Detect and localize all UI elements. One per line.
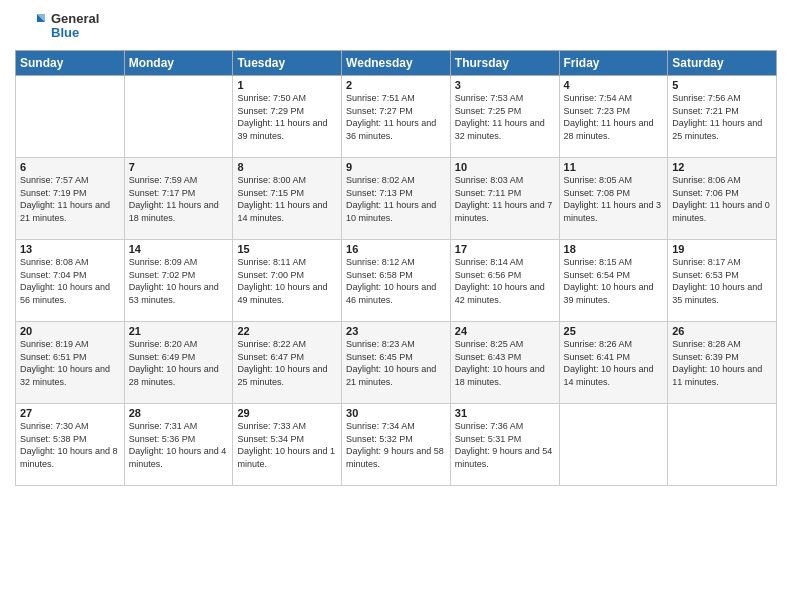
calendar-cell: 8Sunrise: 8:00 AM Sunset: 7:15 PM Daylig…	[233, 158, 342, 240]
day-info: Sunrise: 8:05 AM Sunset: 7:08 PM Dayligh…	[564, 174, 664, 224]
day-info: Sunrise: 7:59 AM Sunset: 7:17 PM Dayligh…	[129, 174, 229, 224]
calendar-cell: 21Sunrise: 8:20 AM Sunset: 6:49 PM Dayli…	[124, 322, 233, 404]
day-info: Sunrise: 8:08 AM Sunset: 7:04 PM Dayligh…	[20, 256, 120, 306]
day-number: 13	[20, 243, 120, 255]
calendar-cell: 26Sunrise: 8:28 AM Sunset: 6:39 PM Dayli…	[668, 322, 777, 404]
day-info: Sunrise: 8:19 AM Sunset: 6:51 PM Dayligh…	[20, 338, 120, 388]
day-info: Sunrise: 7:53 AM Sunset: 7:25 PM Dayligh…	[455, 92, 555, 142]
calendar-cell: 4Sunrise: 7:54 AM Sunset: 7:23 PM Daylig…	[559, 76, 668, 158]
day-number: 15	[237, 243, 337, 255]
day-info: Sunrise: 8:17 AM Sunset: 6:53 PM Dayligh…	[672, 256, 772, 306]
day-number: 19	[672, 243, 772, 255]
day-info: Sunrise: 8:23 AM Sunset: 6:45 PM Dayligh…	[346, 338, 446, 388]
calendar-cell: 23Sunrise: 8:23 AM Sunset: 6:45 PM Dayli…	[342, 322, 451, 404]
calendar-cell: 3Sunrise: 7:53 AM Sunset: 7:25 PM Daylig…	[450, 76, 559, 158]
day-number: 6	[20, 161, 120, 173]
weekday-header-tuesday: Tuesday	[233, 51, 342, 76]
day-number: 12	[672, 161, 772, 173]
calendar-cell: 2Sunrise: 7:51 AM Sunset: 7:27 PM Daylig…	[342, 76, 451, 158]
day-number: 21	[129, 325, 229, 337]
day-number: 9	[346, 161, 446, 173]
day-info: Sunrise: 8:28 AM Sunset: 6:39 PM Dayligh…	[672, 338, 772, 388]
day-number: 1	[237, 79, 337, 91]
day-info: Sunrise: 8:12 AM Sunset: 6:58 PM Dayligh…	[346, 256, 446, 306]
calendar-cell: 17Sunrise: 8:14 AM Sunset: 6:56 PM Dayli…	[450, 240, 559, 322]
calendar-cell: 12Sunrise: 8:06 AM Sunset: 7:06 PM Dayli…	[668, 158, 777, 240]
day-number: 3	[455, 79, 555, 91]
day-number: 10	[455, 161, 555, 173]
day-info: Sunrise: 8:14 AM Sunset: 6:56 PM Dayligh…	[455, 256, 555, 306]
week-row-1: 1Sunrise: 7:50 AM Sunset: 7:29 PM Daylig…	[16, 76, 777, 158]
calendar-cell: 19Sunrise: 8:17 AM Sunset: 6:53 PM Dayli…	[668, 240, 777, 322]
weekday-header-thursday: Thursday	[450, 51, 559, 76]
logo: General Blue	[15, 10, 99, 42]
day-info: Sunrise: 7:30 AM Sunset: 5:38 PM Dayligh…	[20, 420, 120, 470]
day-number: 16	[346, 243, 446, 255]
day-number: 25	[564, 325, 664, 337]
calendar-cell: 1Sunrise: 7:50 AM Sunset: 7:29 PM Daylig…	[233, 76, 342, 158]
calendar-cell	[668, 404, 777, 486]
calendar-cell: 28Sunrise: 7:31 AM Sunset: 5:36 PM Dayli…	[124, 404, 233, 486]
day-number: 8	[237, 161, 337, 173]
day-number: 30	[346, 407, 446, 419]
logo-general-text: General	[51, 12, 99, 26]
calendar-cell: 31Sunrise: 7:36 AM Sunset: 5:31 PM Dayli…	[450, 404, 559, 486]
day-number: 5	[672, 79, 772, 91]
weekday-header-monday: Monday	[124, 51, 233, 76]
week-row-2: 6Sunrise: 7:57 AM Sunset: 7:19 PM Daylig…	[16, 158, 777, 240]
day-info: Sunrise: 7:36 AM Sunset: 5:31 PM Dayligh…	[455, 420, 555, 470]
day-info: Sunrise: 7:31 AM Sunset: 5:36 PM Dayligh…	[129, 420, 229, 470]
calendar-cell: 30Sunrise: 7:34 AM Sunset: 5:32 PM Dayli…	[342, 404, 451, 486]
day-number: 2	[346, 79, 446, 91]
day-info: Sunrise: 7:54 AM Sunset: 7:23 PM Dayligh…	[564, 92, 664, 142]
logo-svg	[15, 10, 47, 42]
week-row-5: 27Sunrise: 7:30 AM Sunset: 5:38 PM Dayli…	[16, 404, 777, 486]
day-number: 4	[564, 79, 664, 91]
day-info: Sunrise: 7:50 AM Sunset: 7:29 PM Dayligh…	[237, 92, 337, 142]
day-info: Sunrise: 8:02 AM Sunset: 7:13 PM Dayligh…	[346, 174, 446, 224]
day-number: 18	[564, 243, 664, 255]
day-info: Sunrise: 7:51 AM Sunset: 7:27 PM Dayligh…	[346, 92, 446, 142]
calendar-cell: 22Sunrise: 8:22 AM Sunset: 6:47 PM Dayli…	[233, 322, 342, 404]
logo-blue-text: Blue	[51, 26, 99, 40]
weekday-header-wednesday: Wednesday	[342, 51, 451, 76]
calendar-cell	[124, 76, 233, 158]
day-info: Sunrise: 7:56 AM Sunset: 7:21 PM Dayligh…	[672, 92, 772, 142]
calendar-cell	[559, 404, 668, 486]
day-info: Sunrise: 7:57 AM Sunset: 7:19 PM Dayligh…	[20, 174, 120, 224]
calendar-cell: 25Sunrise: 8:26 AM Sunset: 6:41 PM Dayli…	[559, 322, 668, 404]
day-info: Sunrise: 8:09 AM Sunset: 7:02 PM Dayligh…	[129, 256, 229, 306]
calendar-cell: 29Sunrise: 7:33 AM Sunset: 5:34 PM Dayli…	[233, 404, 342, 486]
calendar-cell: 13Sunrise: 8:08 AM Sunset: 7:04 PM Dayli…	[16, 240, 125, 322]
weekday-header-saturday: Saturday	[668, 51, 777, 76]
calendar-cell: 5Sunrise: 7:56 AM Sunset: 7:21 PM Daylig…	[668, 76, 777, 158]
weekday-header-row: SundayMondayTuesdayWednesdayThursdayFrid…	[16, 51, 777, 76]
day-number: 22	[237, 325, 337, 337]
weekday-header-friday: Friday	[559, 51, 668, 76]
calendar-cell: 6Sunrise: 7:57 AM Sunset: 7:19 PM Daylig…	[16, 158, 125, 240]
day-number: 31	[455, 407, 555, 419]
calendar-cell: 7Sunrise: 7:59 AM Sunset: 7:17 PM Daylig…	[124, 158, 233, 240]
day-info: Sunrise: 8:00 AM Sunset: 7:15 PM Dayligh…	[237, 174, 337, 224]
calendar-cell: 11Sunrise: 8:05 AM Sunset: 7:08 PM Dayli…	[559, 158, 668, 240]
day-number: 28	[129, 407, 229, 419]
day-number: 7	[129, 161, 229, 173]
day-info: Sunrise: 8:03 AM Sunset: 7:11 PM Dayligh…	[455, 174, 555, 224]
day-number: 29	[237, 407, 337, 419]
calendar-cell: 27Sunrise: 7:30 AM Sunset: 5:38 PM Dayli…	[16, 404, 125, 486]
calendar-table: SundayMondayTuesdayWednesdayThursdayFrid…	[15, 50, 777, 486]
calendar-cell: 20Sunrise: 8:19 AM Sunset: 6:51 PM Dayli…	[16, 322, 125, 404]
weekday-header-sunday: Sunday	[16, 51, 125, 76]
calendar-cell: 14Sunrise: 8:09 AM Sunset: 7:02 PM Dayli…	[124, 240, 233, 322]
day-info: Sunrise: 8:20 AM Sunset: 6:49 PM Dayligh…	[129, 338, 229, 388]
day-info: Sunrise: 7:34 AM Sunset: 5:32 PM Dayligh…	[346, 420, 446, 470]
day-info: Sunrise: 8:22 AM Sunset: 6:47 PM Dayligh…	[237, 338, 337, 388]
day-number: 26	[672, 325, 772, 337]
week-row-3: 13Sunrise: 8:08 AM Sunset: 7:04 PM Dayli…	[16, 240, 777, 322]
calendar-cell: 15Sunrise: 8:11 AM Sunset: 7:00 PM Dayli…	[233, 240, 342, 322]
day-number: 17	[455, 243, 555, 255]
day-info: Sunrise: 8:15 AM Sunset: 6:54 PM Dayligh…	[564, 256, 664, 306]
calendar-cell: 9Sunrise: 8:02 AM Sunset: 7:13 PM Daylig…	[342, 158, 451, 240]
page-header: General Blue	[15, 10, 777, 42]
day-number: 23	[346, 325, 446, 337]
